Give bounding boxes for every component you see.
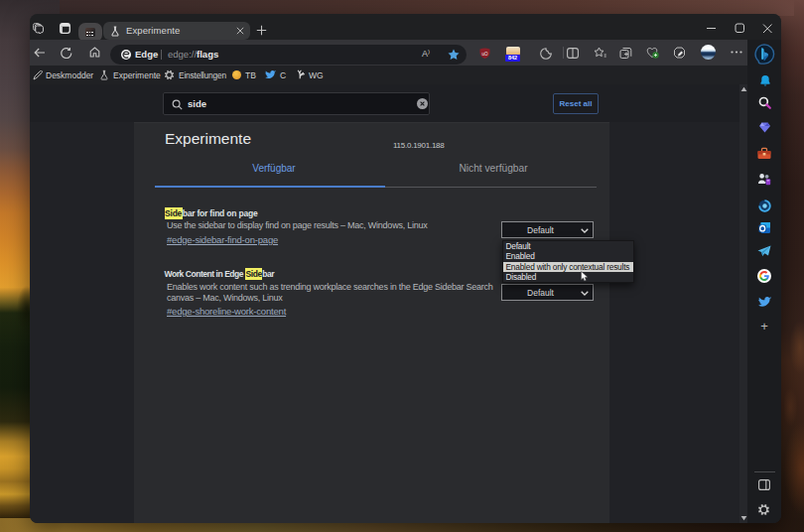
svg-text:uO: uO — [481, 52, 488, 57]
